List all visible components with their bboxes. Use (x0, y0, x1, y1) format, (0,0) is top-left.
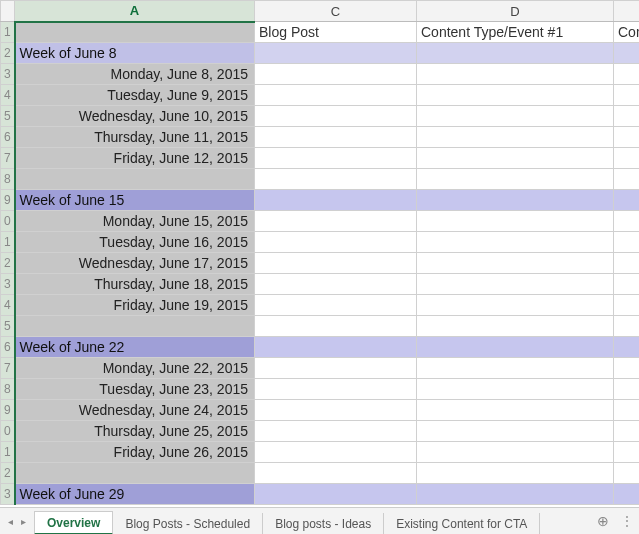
cell[interactable] (614, 64, 640, 85)
cell[interactable] (614, 274, 640, 295)
week-header[interactable]: Week of June 8 (15, 43, 255, 64)
cell[interactable] (417, 64, 614, 85)
row-num[interactable]: 8 (1, 379, 15, 400)
cell-C1[interactable]: Blog Post (255, 22, 417, 43)
cell[interactable] (255, 253, 417, 274)
row-num[interactable]: 6 (1, 337, 15, 358)
cell[interactable] (614, 169, 640, 190)
row-num[interactable]: 1 (1, 22, 15, 43)
cell[interactable] (614, 463, 640, 484)
cell[interactable] (417, 43, 614, 64)
col-header-E[interactable] (614, 1, 640, 22)
row-num[interactable]: 4 (1, 85, 15, 106)
cell[interactable] (417, 484, 614, 505)
add-sheet-icon[interactable]: ⊕ (591, 508, 615, 534)
cell[interactable] (417, 274, 614, 295)
row-num[interactable]: 5 (1, 106, 15, 127)
date-cell[interactable]: Friday, June 19, 2015 (15, 295, 255, 316)
cell[interactable] (614, 379, 640, 400)
sheet-tab-ideas[interactable]: Blog posts - Ideas (263, 513, 384, 534)
cell[interactable] (255, 169, 417, 190)
cell[interactable] (614, 316, 640, 337)
week-header[interactable]: Week of June 29 (15, 484, 255, 505)
date-cell[interactable]: Wednesday, June 24, 2015 (15, 400, 255, 421)
cell[interactable] (417, 85, 614, 106)
cell[interactable] (417, 211, 614, 232)
cell[interactable] (614, 211, 640, 232)
cell[interactable] (417, 106, 614, 127)
row-num[interactable]: 0 (1, 421, 15, 442)
cell[interactable] (255, 211, 417, 232)
row-num[interactable]: 2 (1, 253, 15, 274)
sheet-tab-overview[interactable]: Overview (34, 511, 113, 534)
cell[interactable] (614, 400, 640, 421)
cell[interactable] (614, 43, 640, 64)
date-cell[interactable]: Thursday, June 11, 2015 (15, 127, 255, 148)
cell[interactable] (417, 358, 614, 379)
cell[interactable] (614, 232, 640, 253)
cell[interactable] (614, 295, 640, 316)
date-cell[interactable]: Wednesday, June 17, 2015 (15, 253, 255, 274)
cell[interactable] (255, 43, 417, 64)
cell[interactable] (614, 358, 640, 379)
date-cell[interactable]: Tuesday, June 16, 2015 (15, 232, 255, 253)
cell-A1[interactable] (15, 22, 255, 43)
empty-cell[interactable] (15, 316, 255, 337)
spreadsheet-grid[interactable]: A C D 1 Blog Post Content Type/Event #1 … (0, 0, 639, 507)
cell[interactable] (255, 274, 417, 295)
cell[interactable] (255, 463, 417, 484)
sheet-tab-existing[interactable]: Existing Content for CTA (384, 513, 540, 534)
cell[interactable] (255, 400, 417, 421)
cell[interactable] (614, 148, 640, 169)
cell[interactable] (255, 316, 417, 337)
cell[interactable] (255, 442, 417, 463)
sheet-tab-scheduled[interactable]: Blog Posts - Scheduled (113, 513, 263, 534)
cell[interactable] (255, 421, 417, 442)
select-all-corner[interactable] (1, 1, 15, 22)
cell[interactable] (614, 85, 640, 106)
col-header-D[interactable]: D (417, 1, 614, 22)
row-num[interactable]: 2 (1, 463, 15, 484)
row-num[interactable]: 2 (1, 43, 15, 64)
row-num[interactable]: 6 (1, 127, 15, 148)
cell[interactable] (417, 337, 614, 358)
cell[interactable] (255, 64, 417, 85)
cell[interactable] (417, 295, 614, 316)
cell-D1[interactable]: Content Type/Event #1 (417, 22, 614, 43)
date-cell[interactable]: Monday, June 22, 2015 (15, 358, 255, 379)
cell[interactable] (255, 232, 417, 253)
date-cell[interactable]: Thursday, June 25, 2015 (15, 421, 255, 442)
date-cell[interactable]: Thursday, June 18, 2015 (15, 274, 255, 295)
date-cell[interactable]: Wednesday, June 10, 2015 (15, 106, 255, 127)
cell[interactable] (417, 421, 614, 442)
cell[interactable] (255, 148, 417, 169)
row-num[interactable]: 3 (1, 484, 15, 505)
cell[interactable] (417, 442, 614, 463)
cell[interactable] (614, 442, 640, 463)
date-cell[interactable]: Monday, June 15, 2015 (15, 211, 255, 232)
row-num[interactable]: 8 (1, 169, 15, 190)
cell[interactable] (417, 148, 614, 169)
empty-cell[interactable] (15, 463, 255, 484)
cell[interactable] (614, 337, 640, 358)
cell[interactable] (614, 106, 640, 127)
cell[interactable] (255, 337, 417, 358)
col-header-A[interactable]: A (15, 1, 255, 22)
cell[interactable] (614, 190, 640, 211)
cell[interactable] (255, 190, 417, 211)
row-num[interactable]: 3 (1, 64, 15, 85)
cell[interactable] (417, 190, 614, 211)
date-cell[interactable]: Tuesday, June 9, 2015 (15, 85, 255, 106)
cell[interactable] (255, 379, 417, 400)
row-num[interactable]: 1 (1, 232, 15, 253)
cell[interactable] (255, 85, 417, 106)
cell[interactable] (417, 400, 614, 421)
cell[interactable] (417, 253, 614, 274)
row-num[interactable]: 9 (1, 400, 15, 421)
empty-cell[interactable] (15, 169, 255, 190)
cell-E1[interactable]: Cont (614, 22, 640, 43)
cell[interactable] (255, 295, 417, 316)
row-num[interactable]: 5 (1, 316, 15, 337)
cell[interactable] (417, 463, 614, 484)
date-cell[interactable]: Friday, June 26, 2015 (15, 442, 255, 463)
